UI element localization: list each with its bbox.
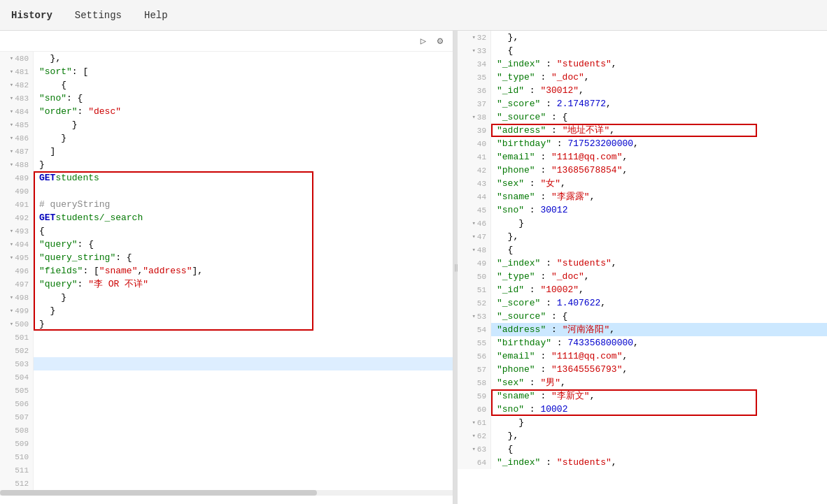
left-code-line — [34, 370, 453, 384]
left-line-number: ▾494 — [0, 238, 33, 251]
left-line-number: ▾498 — [0, 291, 33, 304]
left-line-number: 511 — [0, 463, 33, 477]
left-code-line: } — [34, 291, 453, 304]
left-code-line: } — [34, 317, 453, 331]
right-code-line: "birthday" : 717523200000, — [491, 137, 827, 150]
right-line-number: ▾48 — [458, 243, 490, 257]
run-button[interactable]: ▷ — [416, 34, 430, 48]
right-code-line: "_id" : "30012", — [491, 84, 827, 97]
right-code-line: "sname" : "李露露", — [491, 190, 827, 203]
right-code-line: "_score" : 1.407622, — [491, 296, 827, 310]
right-line-number: ▾63 — [458, 442, 490, 456]
left-line-number: ▾480 — [0, 52, 33, 65]
right-line-number: 50 — [458, 270, 490, 283]
left-code-area[interactable]: ▾480▾481▾482▾483▾484▾485▾486▾487▾4884894… — [0, 52, 453, 504]
right-line-number: 34 — [458, 57, 490, 71]
left-code-line: "query_string": { — [34, 251, 453, 264]
left-line-number: ▾499 — [0, 304, 33, 317]
right-line-number: 41 — [458, 150, 490, 164]
right-line-number: 37 — [458, 97, 490, 110]
left-toolbar: ▷ ⚙ — [0, 31, 453, 52]
right-line-number: 55 — [458, 336, 490, 350]
right-panel: ▾32▾3334353637▾3839404142434445▾46▾47▾48… — [458, 31, 827, 504]
left-line-number: 512 — [0, 477, 33, 490]
left-line-number: ▾500 — [0, 317, 33, 331]
left-code-line: }, — [34, 52, 453, 65]
left-code-line — [34, 477, 453, 490]
right-code-line: "phone" : "13645556793", — [491, 363, 827, 376]
right-code-line: "_score" : 2.1748772, — [491, 97, 827, 110]
left-line-number: ▾482 — [0, 78, 33, 92]
left-panel: ▷ ⚙ ▾480▾481▾482▾483▾484▾485▾486▾487▾488… — [0, 31, 453, 504]
left-code-line: "sort": [ — [34, 65, 453, 78]
left-code-line: } — [34, 118, 453, 131]
left-line-numbers: ▾480▾481▾482▾483▾484▾485▾486▾487▾4884894… — [0, 52, 34, 490]
left-code-line: GET students/_search — [34, 211, 453, 224]
right-code-area[interactable]: ▾32▾3334353637▾3839404142434445▾46▾47▾48… — [458, 31, 827, 504]
right-code-content[interactable]: }, { "_index" : "students", "_type" : "_… — [491, 31, 827, 469]
right-line-number: ▾32 — [458, 31, 490, 44]
right-line-number: ▾62 — [458, 429, 490, 442]
left-code-line: "query": { — [34, 238, 453, 251]
right-line-number: 56 — [458, 350, 490, 363]
settings-icon[interactable]: ⚙ — [433, 34, 447, 48]
right-code-line: "sname" : "李新文", — [491, 389, 827, 403]
right-code-line: "email" : "1111@qq.com", — [491, 150, 827, 164]
right-line-number: 57 — [458, 363, 490, 376]
left-code-line: GET students — [34, 171, 453, 185]
left-line-number: 502 — [0, 344, 33, 357]
left-line-number: ▾481 — [0, 65, 33, 78]
left-code-line: } — [34, 158, 453, 171]
menu-history[interactable]: History — [6, 7, 58, 24]
right-code-line: "email" : "1111@qq.com", — [491, 350, 827, 363]
right-line-number: 39 — [458, 124, 490, 137]
left-line-number: 504 — [0, 370, 33, 384]
left-line-number: 506 — [0, 397, 33, 410]
right-code-line: "sex" : "女", — [491, 177, 827, 190]
right-code-line: "_source" : { — [491, 310, 827, 323]
right-line-number: 52 — [458, 296, 490, 310]
right-line-number: 49 — [458, 257, 490, 270]
left-code-line — [34, 463, 453, 477]
right-code-line: }, — [491, 31, 827, 44]
left-code-line — [34, 397, 453, 410]
left-scrollbar[interactable] — [0, 490, 453, 496]
right-code-line: { — [491, 442, 827, 456]
left-code-line — [34, 437, 453, 450]
left-line-number: ▾483 — [0, 92, 33, 105]
right-code-line: "phone" : "13685678854", — [491, 164, 827, 177]
right-line-number: 60 — [458, 403, 490, 416]
left-code-line: } — [34, 304, 453, 317]
left-line-number: 496 — [0, 264, 33, 278]
right-code-line: { — [491, 44, 827, 57]
left-code-line — [34, 450, 453, 463]
right-code-line: } — [491, 416, 827, 429]
right-code-line: "_source" : { — [491, 110, 827, 124]
right-code-line: "sno" : 10002 — [491, 403, 827, 416]
right-code-line: } — [491, 217, 827, 230]
left-line-number: 489 — [0, 171, 33, 185]
left-code-line: "query": "李 OR 不详" — [34, 278, 453, 291]
right-line-number: 42 — [458, 164, 490, 177]
left-code-line: { — [34, 78, 453, 92]
left-line-number: ▾495 — [0, 251, 33, 264]
left-line-number: 507 — [0, 410, 33, 424]
right-code-line: "birthday" : 743356800000, — [491, 336, 827, 350]
menu-settings[interactable]: Settings — [69, 7, 127, 24]
right-code-line: "_type" : "_doc", — [491, 71, 827, 84]
right-code-line: "_index" : "students", — [491, 257, 827, 270]
right-code-line: "address" : "河南洛阳", — [491, 323, 827, 336]
menu-help[interactable]: Help — [139, 7, 174, 24]
left-line-number: ▾484 — [0, 105, 33, 118]
right-code-line: "_type" : "_doc", — [491, 270, 827, 283]
left-code-content[interactable]: }, "sort": [ { "sno": { "order": "desc" … — [34, 52, 453, 490]
right-code-line: "address" : "地址不详", — [491, 124, 827, 137]
right-line-numbers: ▾32▾3334353637▾3839404142434445▾46▾47▾48… — [458, 31, 491, 469]
left-code-line: "fields": ["sname","address"], — [34, 264, 453, 278]
left-line-number: ▾486 — [0, 131, 33, 145]
left-code-line: { — [34, 224, 453, 238]
left-code-line — [34, 357, 453, 370]
right-line-number: 51 — [458, 283, 490, 296]
right-code-line: { — [491, 243, 827, 257]
left-line-number: 501 — [0, 331, 33, 344]
